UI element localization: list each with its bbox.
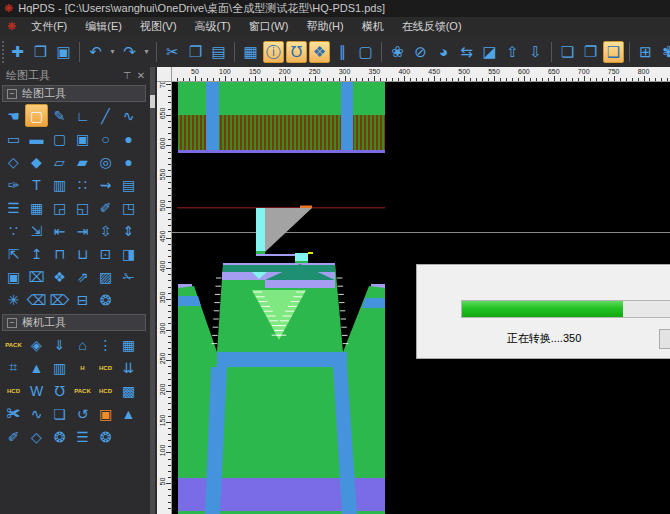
redo-dropdown-icon[interactable]: ▾ — [142, 41, 151, 63]
tool-move-block[interactable]: ⇱ — [2, 242, 25, 265]
tool-blade[interactable]: ✀ — [2, 402, 25, 425]
new-file-icon[interactable]: ✚ — [7, 41, 28, 63]
menu-advanced[interactable]: 高级(T) — [186, 17, 240, 36]
layers-back-icon[interactable]: ❑ — [603, 41, 624, 63]
dialog-cancel-button[interactable] — [659, 329, 670, 349]
tool-stairs[interactable]: ⌗ — [2, 356, 25, 379]
tool-zigzag[interactable]: W — [25, 379, 48, 402]
garment-up-icon[interactable]: ⇧ — [502, 41, 523, 63]
tool-fill-bottom[interactable]: ⊔ — [71, 242, 94, 265]
tool-row-lines[interactable]: ☰ — [2, 196, 25, 219]
tool-fill-bucket-3[interactable]: ◳ — [117, 196, 140, 219]
tool-hatch-fill[interactable]: ▨ — [94, 265, 117, 288]
tool-machine-gear[interactable]: ❂ — [48, 425, 71, 448]
tool-diamond-pair[interactable]: ◈ — [25, 333, 48, 356]
swap-colors-icon[interactable]: ⇆ — [456, 41, 477, 63]
section-header-draw-tools[interactable]: − 绘图工具 — [2, 85, 146, 102]
tool-dot-grid[interactable]: ∷ — [71, 173, 94, 196]
tool-spray[interactable]: ∵ — [2, 219, 25, 242]
tool-oval-filled[interactable]: ● — [117, 150, 140, 173]
tool-list-grid[interactable]: ⊟ — [71, 288, 94, 311]
tool-brush[interactable]: ✐ — [2, 425, 25, 448]
menu-view[interactable]: 视图(V) — [131, 17, 186, 36]
select-area-icon[interactable]: ▢ — [355, 41, 376, 63]
tool-oval[interactable]: ◎ — [94, 150, 117, 173]
tool-fill-top[interactable]: ⊓ — [48, 242, 71, 265]
redo-icon[interactable]: ↷ — [119, 41, 140, 63]
tool-copy-layers[interactable]: ❏ — [48, 402, 71, 425]
scrollbar-track[interactable] — [150, 67, 155, 514]
tool-hcd-edit[interactable]: HCD — [2, 379, 25, 402]
image-icon[interactable]: ◪ — [479, 41, 500, 63]
tool-rounded-rect[interactable]: ▢ — [48, 127, 71, 150]
menu-machine[interactable]: 横机 — [353, 17, 393, 36]
tool-pencil[interactable]: ✎ — [48, 104, 71, 127]
tool-frame-rect[interactable]: ⊡ — [94, 242, 117, 265]
tool-needle[interactable]: ⇝ — [94, 173, 117, 196]
tool-rotate-diamond[interactable]: ❖ — [48, 265, 71, 288]
tool-curve-bars[interactable]: ∿ — [25, 402, 48, 425]
tool-insert-column[interactable]: ⇳ — [94, 219, 117, 242]
child-window-icon[interactable]: ❋ — [7, 20, 16, 33]
tool-rounded-rect-filled[interactable]: ▣ — [71, 127, 94, 150]
tool-curve[interactable]: ∿ — [117, 104, 140, 127]
color-flower-icon[interactable]: ❀ — [387, 41, 408, 63]
tool-machine-gear-2[interactable]: ❂ — [94, 425, 117, 448]
expand-selection-icon[interactable]: ❖ — [309, 41, 330, 63]
tool-column-marks[interactable]: ▤ — [117, 173, 140, 196]
tool-bar-columns[interactable]: ▥ — [48, 356, 71, 379]
tool-pointer-hand[interactable]: ☚ — [2, 104, 25, 127]
menu-help[interactable]: 帮助(H) — [297, 17, 352, 36]
close-icon[interactable]: ✕ — [134, 70, 148, 81]
palette-search-icon[interactable]: ✾ — [658, 41, 670, 63]
cut-icon[interactable]: ✂ — [162, 41, 183, 63]
tool-pattern-block[interactable]: ▩ — [117, 379, 140, 402]
tool-fill-right[interactable]: ◨ — [117, 242, 140, 265]
open-file-icon[interactable]: ❒ — [30, 41, 51, 63]
scrollbar-thumb[interactable] — [150, 95, 155, 108]
tool-rect-filled[interactable]: ▬ — [25, 127, 48, 150]
panel-scrollbar[interactable] — [148, 67, 157, 514]
tool-insert-left[interactable]: ⇤ — [48, 219, 71, 242]
pin-icon[interactable]: ⊤ — [120, 70, 134, 81]
info-icon[interactable]: ⓘ — [263, 41, 284, 63]
tool-text[interactable]: T — [25, 173, 48, 196]
tool-rotate-back[interactable]: ↺ — [71, 402, 94, 425]
copy-icon[interactable]: ❐ — [185, 41, 206, 63]
tool-select-orange[interactable]: ▣ — [94, 402, 117, 425]
tool-hcd-export[interactable]: HCD — [94, 379, 117, 402]
tool-garment-vest[interactable]: ⌂ — [71, 333, 94, 356]
tool-yarn-loop[interactable]: ℧ — [48, 379, 71, 402]
menu-file[interactable]: 文件(F) — [22, 17, 76, 36]
tool-dashed-diamond[interactable]: ◇ — [25, 425, 48, 448]
tool-insert-column-2[interactable]: ⇕ — [117, 219, 140, 242]
layers-mid-icon[interactable]: ❐ — [580, 41, 601, 63]
tool-resize-arrow[interactable]: ⇗ — [71, 265, 94, 288]
tool-rect[interactable]: ▭ — [2, 127, 25, 150]
yarn-loop-icon[interactable]: ℧ — [286, 41, 307, 63]
knit-needles-icon[interactable]: ∥ — [332, 41, 353, 63]
tool-settings-gear[interactable]: ❂ — [94, 288, 117, 311]
tool-add-column[interactable]: ↥ — [25, 242, 48, 265]
calculator-icon[interactable]: ⊞ — [635, 41, 656, 63]
tool-parallelogram[interactable]: ▱ — [48, 150, 71, 173]
menu-edit[interactable]: 编辑(E) — [76, 17, 131, 36]
tool-diamond-filled[interactable]: ◆ — [25, 150, 48, 173]
undo-dropdown-icon[interactable]: ▾ — [108, 41, 117, 63]
tool-ellipse[interactable]: ○ — [94, 127, 117, 150]
tool-eraser-outline[interactable]: ⌦ — [48, 288, 71, 311]
collapse-icon[interactable]: − — [7, 89, 17, 99]
tool-fill-bucket[interactable]: ◲ — [48, 196, 71, 219]
menu-feedback[interactable]: 在线反馈(O) — [393, 17, 471, 36]
tool-trapezoid-garment[interactable]: ▲ — [117, 402, 140, 425]
tool-eraser[interactable]: ⌫ — [25, 288, 48, 311]
grid-icon[interactable]: ▦ — [240, 41, 261, 63]
tool-arrow-box[interactable]: ⇓ — [48, 333, 71, 356]
tool-block-grid[interactable]: ▦ — [25, 196, 48, 219]
tool-pyramid[interactable]: ▲ — [25, 356, 48, 379]
tool-ellipse-filled[interactable]: ● — [117, 127, 140, 150]
color-circle-icon[interactable]: ◕ — [433, 41, 454, 63]
tool-hcd-cycle[interactable]: HCD — [94, 356, 117, 379]
tool-fill-bucket-2[interactable]: ◱ — [71, 196, 94, 219]
toolbar-grip[interactable] — [2, 41, 4, 63]
